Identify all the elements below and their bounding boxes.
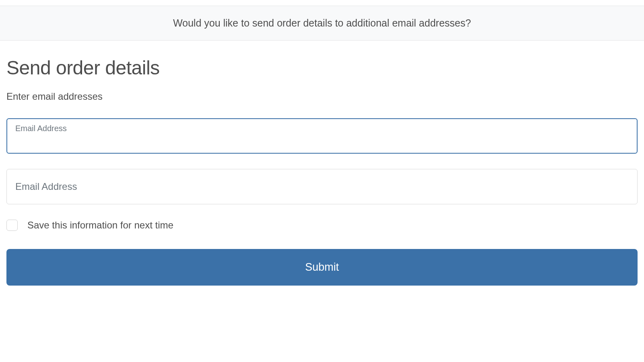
banner-text: Would you like to send order details to … bbox=[173, 17, 471, 29]
save-info-row: Save this information for next time bbox=[6, 220, 638, 231]
info-banner: Would you like to send order details to … bbox=[0, 6, 644, 41]
submit-button[interactable]: Submit bbox=[6, 249, 638, 286]
email-field-2[interactable] bbox=[6, 169, 638, 204]
page-title: Send order details bbox=[6, 57, 638, 79]
email-field-1[interactable] bbox=[6, 118, 638, 154]
email-field-2-wrapper: Email Address bbox=[6, 169, 638, 204]
save-info-label: Save this information for next time bbox=[27, 220, 173, 231]
form-sublabel: Enter email addresses bbox=[6, 91, 638, 102]
email-field-1-wrapper: Email Address bbox=[6, 118, 638, 154]
form-content: Send order details Enter email addresses… bbox=[0, 41, 644, 294]
save-info-checkbox[interactable] bbox=[6, 220, 18, 231]
